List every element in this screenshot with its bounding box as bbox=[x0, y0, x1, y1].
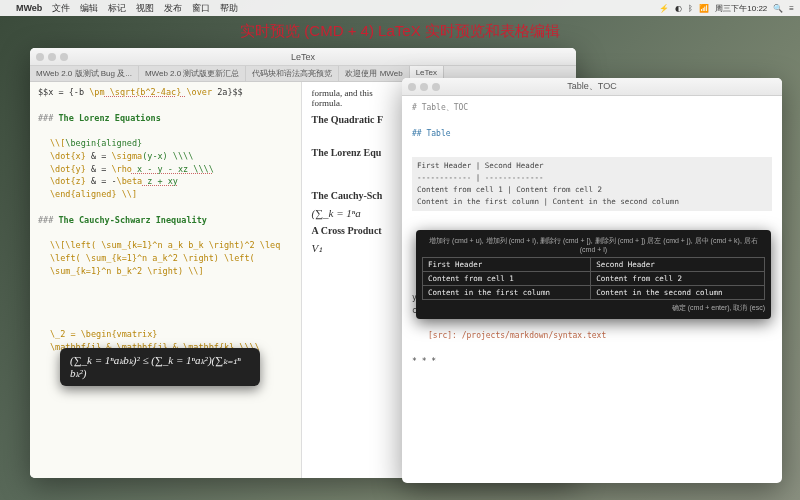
status-icon: ⚡ bbox=[659, 4, 669, 13]
search-icon[interactable]: 🔍 bbox=[773, 4, 783, 13]
table-header[interactable]: First Header bbox=[423, 258, 591, 272]
tab[interactable]: MWeb 2.0 版测试 Bug 及... bbox=[30, 66, 139, 81]
titlebar[interactable]: LeTex bbox=[30, 48, 576, 66]
clock: 周三下午10:22 bbox=[715, 3, 767, 14]
table-cell[interactable]: Content from cell 1 bbox=[423, 272, 591, 286]
latex-preview-tooltip: (∑_k = 1ⁿaₖbₖ)² ≤ (∑_k = 1ⁿaₖ²)(∑ₖ₌₁ⁿ bₖ… bbox=[60, 348, 260, 386]
menu-file[interactable]: 文件 bbox=[52, 2, 70, 15]
table-cell[interactable]: Content in the second column bbox=[591, 286, 765, 300]
app-name[interactable]: MWeb bbox=[16, 3, 42, 13]
mac-menubar: MWeb 文件 编辑 标记 视图 发布 窗口 帮助 ⚡ ◐ ᛒ 📶 周三下午10… bbox=[0, 0, 800, 16]
window-title: Table、TOC bbox=[402, 80, 782, 93]
table-cell[interactable]: Content in the first column bbox=[423, 286, 591, 300]
shortcut-hint: 增加行 (cmd + u), 增加列 (cmd + i), 删除行 (cmd +… bbox=[422, 236, 765, 253]
tab[interactable]: 欢迎使用 MWeb bbox=[339, 66, 409, 81]
table-editor-overlay[interactable]: 增加行 (cmd + u), 增加列 (cmd + i), 删除行 (cmd +… bbox=[416, 230, 771, 319]
titlebar[interactable]: Table、TOC bbox=[402, 78, 782, 96]
tab[interactable]: 代码块和语法高亮预览 bbox=[246, 66, 339, 81]
menubar-status: ⚡ ◐ ᛒ 📶 周三下午10:22 🔍 ≡ bbox=[659, 3, 794, 14]
bluetooth-icon: ᛒ bbox=[688, 4, 693, 13]
menu-mark[interactable]: 标记 bbox=[108, 2, 126, 15]
menu-window[interactable]: 窗口 bbox=[192, 2, 210, 15]
table-header[interactable]: Second Header bbox=[591, 258, 765, 272]
menu-icon[interactable]: ≡ bbox=[789, 4, 794, 13]
table-cell[interactable]: Content from cell 2 bbox=[591, 272, 765, 286]
page-title: 实时预览 (CMD + 4) LaTeX 实时预览和表格编辑 bbox=[0, 22, 800, 41]
markdown-editor[interactable]: $$x = {-b \pm \sqrt{b^2-4ac} \over 2a}$$… bbox=[30, 82, 302, 478]
status-icon: ◐ bbox=[675, 4, 682, 13]
editable-table[interactable]: First HeaderSecond Header Content from c… bbox=[422, 257, 765, 300]
menu-publish[interactable]: 发布 bbox=[164, 2, 182, 15]
menu-view[interactable]: 视图 bbox=[136, 2, 154, 15]
wifi-icon: 📶 bbox=[699, 4, 709, 13]
window-title: LeTex bbox=[30, 52, 576, 62]
menu-edit[interactable]: 编辑 bbox=[80, 2, 98, 15]
menu-help[interactable]: 帮助 bbox=[220, 2, 238, 15]
shortcut-hint: 确定 (cmd + enter), 取消 (esc) bbox=[422, 303, 765, 313]
tab[interactable]: MWeb 2.0 测试版更新汇总 bbox=[139, 66, 247, 81]
